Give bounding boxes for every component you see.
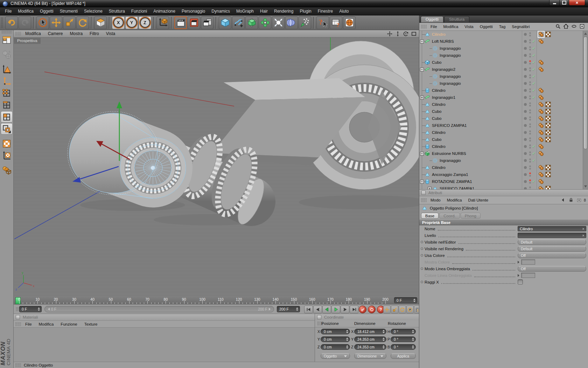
layer-dot[interactable] bbox=[524, 138, 527, 141]
param-dot[interactable] bbox=[421, 254, 423, 257]
texture-tag[interactable] bbox=[538, 67, 544, 72]
uvw-tag[interactable] bbox=[545, 116, 551, 121]
object-name[interactable]: Ingranaggio bbox=[440, 158, 461, 163]
object-tree-scrollbar[interactable] bbox=[583, 31, 588, 189]
object-manager-grip[interactable] bbox=[421, 25, 427, 29]
editor-visibility-dot[interactable] bbox=[529, 88, 531, 90]
apply-button[interactable]: Applica bbox=[391, 353, 416, 359]
tree-row-cilindro[interactable]: Cilindro✓ bbox=[419, 87, 588, 94]
render-visibility-dot[interactable] bbox=[529, 133, 531, 135]
editor-visibility-dot[interactable] bbox=[529, 137, 531, 139]
render-visibility-dot[interactable] bbox=[529, 42, 531, 43]
scroll-up-icon[interactable] bbox=[584, 33, 587, 35]
materials-menu-modifica[interactable]: Modifica bbox=[35, 321, 57, 327]
close-button[interactable]: × bbox=[569, 0, 585, 6]
param-dot[interactable] bbox=[421, 247, 423, 250]
tree-expander-minus[interactable]: − bbox=[420, 68, 424, 71]
mode-model-mode-button[interactable] bbox=[1, 63, 13, 75]
texture-tag[interactable] bbox=[538, 179, 544, 184]
object-name[interactable]: Ancoraggio Zampa1 bbox=[432, 172, 468, 177]
editor-visibility-dot[interactable] bbox=[529, 172, 531, 174]
current-frame-spinner[interactable] bbox=[37, 307, 40, 311]
render-visibility-dot[interactable] bbox=[529, 77, 531, 79]
mode-texture-mode-button[interactable] bbox=[1, 138, 13, 149]
uvw-tag[interactable] bbox=[545, 32, 551, 37]
layer-dot[interactable] bbox=[524, 110, 527, 113]
mode-layout-button[interactable] bbox=[1, 34, 13, 46]
spinner[interactable] bbox=[345, 338, 348, 341]
object-name[interactable]: Ingranaggio bbox=[440, 81, 461, 86]
menu-rendering[interactable]: Rendering bbox=[271, 7, 296, 15]
viewport-3d-canvas[interactable]: y x z Prospettiva bbox=[14, 38, 419, 297]
materials-list-empty[interactable] bbox=[14, 328, 315, 362]
livello-input[interactable] bbox=[518, 233, 586, 238]
toolbar-coord-system-button[interactable] bbox=[156, 16, 169, 29]
editor-visibility-dot[interactable] bbox=[529, 123, 531, 125]
uvw-tag[interactable] bbox=[545, 102, 551, 107]
enabled-check-icon[interactable]: ✓ bbox=[532, 151, 536, 156]
layer-dot[interactable] bbox=[524, 124, 527, 127]
om-menu-file[interactable]: File bbox=[427, 23, 440, 30]
layer-dot[interactable] bbox=[524, 40, 527, 43]
om-menu-oggetti[interactable]: Oggetti bbox=[477, 23, 496, 30]
layer-dot[interactable] bbox=[524, 117, 527, 120]
timeline-range-slider[interactable]: 0 F 200 F bbox=[44, 306, 274, 312]
enabled-check-icon[interactable]: ✓ bbox=[532, 88, 536, 93]
render-visibility-dot[interactable] bbox=[529, 175, 531, 177]
editor-visibility-dot[interactable] bbox=[529, 32, 531, 34]
enabled-check-icon[interactable]: ✓ bbox=[532, 60, 536, 65]
layer-dot[interactable] bbox=[524, 89, 527, 92]
position-x-field[interactable]: 0 cm bbox=[321, 329, 350, 334]
enabled-check-icon[interactable]: ✓ bbox=[532, 53, 536, 58]
tree-row-cilindro[interactable]: Cilindro✓ bbox=[419, 143, 588, 150]
object-name[interactable]: ROTAZIONE ZAMPA1 bbox=[432, 179, 472, 184]
modo-linea-ombreggiata-dropdown[interactable]: Off bbox=[518, 266, 586, 272]
materials-menu-file[interactable]: File bbox=[22, 321, 35, 327]
spinner[interactable] bbox=[411, 330, 414, 333]
mode-toolbar-grip[interactable] bbox=[1, 30, 12, 34]
toolbar-render-settings-button[interactable] bbox=[201, 16, 214, 29]
render-visibility-dot[interactable] bbox=[529, 182, 531, 184]
uvw-tag[interactable] bbox=[545, 109, 551, 114]
tree-expander-plus[interactable]: + bbox=[428, 187, 432, 190]
render-visibility-dot[interactable] bbox=[529, 126, 531, 128]
spinner[interactable] bbox=[411, 345, 414, 349]
tree-row-estrusione-nurbs[interactable]: −Estrusione NURBS✓ bbox=[419, 150, 588, 157]
tree-row-sferico-zampa1[interactable]: +SFERICO ZAMPA1 bbox=[419, 185, 588, 190]
toolbar-undo-button[interactable] bbox=[5, 16, 18, 29]
toolbar-axis-x-button[interactable]: X bbox=[112, 16, 125, 29]
uvw-tag[interactable] bbox=[545, 137, 551, 142]
layer-dot[interactable] bbox=[524, 180, 527, 183]
play-forward-button[interactable] bbox=[331, 306, 340, 313]
rotation-p-field[interactable]: 0 ° bbox=[391, 336, 416, 342]
editor-visibility-dot[interactable] bbox=[529, 95, 531, 97]
toolbar-render-region-button[interactable] bbox=[188, 16, 200, 29]
object-name[interactable]: Cilindro bbox=[432, 32, 446, 36]
editor-visibility-dot[interactable] bbox=[529, 67, 531, 69]
tree-row-rotazione-zampa1[interactable]: −ROTAZIONE ZAMPA1✓ bbox=[419, 178, 588, 185]
menu-personaggio[interactable]: Personaggio bbox=[178, 7, 208, 15]
tree-row-cubo[interactable]: Cubo bbox=[419, 136, 588, 143]
layer-dot[interactable] bbox=[524, 47, 527, 50]
mode-convert-button[interactable] bbox=[1, 49, 13, 60]
object-name[interactable]: Ingranaggio bbox=[440, 46, 461, 50]
texture-tag[interactable] bbox=[538, 32, 544, 37]
viewport-orbit-button[interactable] bbox=[403, 31, 408, 36]
render-visibility-dot[interactable] bbox=[529, 49, 531, 50]
editor-visibility-dot[interactable] bbox=[529, 151, 531, 153]
uvw-tag[interactable] bbox=[545, 165, 551, 170]
attr-tab-phong[interactable]: Phong bbox=[461, 213, 481, 219]
render-visibility-dot[interactable] bbox=[529, 70, 531, 71]
render-visibility-dot[interactable] bbox=[529, 35, 531, 36]
tab-oggetti[interactable]: Oggetti bbox=[421, 16, 443, 22]
editor-visibility-dot[interactable] bbox=[529, 60, 531, 62]
mode-workplane-button[interactable] bbox=[1, 164, 13, 176]
om-add-layer-button[interactable] bbox=[580, 24, 584, 29]
mini-menu-icon[interactable] bbox=[577, 198, 581, 203]
object-name[interactable]: Ingranaggio bbox=[440, 74, 461, 79]
enabled-check-icon[interactable]: ✓ bbox=[532, 81, 536, 86]
viewport-menu-grip[interactable] bbox=[15, 32, 21, 36]
object-name[interactable]: Cilindro bbox=[432, 88, 446, 93]
texture-tag[interactable] bbox=[538, 88, 544, 93]
om-home-button[interactable] bbox=[564, 24, 568, 29]
